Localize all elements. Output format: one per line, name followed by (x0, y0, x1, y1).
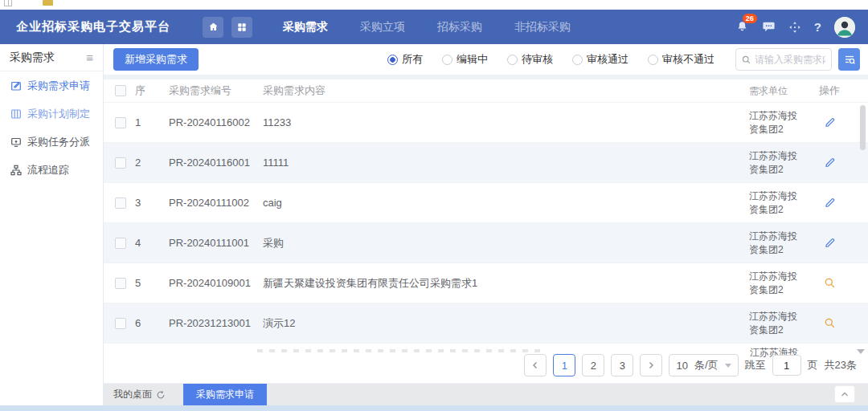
row-checkbox[interactable] (115, 157, 126, 169)
filter-editing[interactable]: 编辑中 (442, 52, 488, 67)
sidebar-collapse-icon[interactable]: ≡ (86, 51, 93, 64)
taskbar-tab-demand-apply[interactable]: 采购需求申请 (183, 384, 267, 405)
window-bottom-strip (0, 405, 868, 411)
home-icon (207, 21, 219, 33)
select-all-checkbox[interactable] (115, 85, 126, 96)
radio-icon (648, 55, 658, 65)
page-button-3[interactable]: 3 (611, 354, 633, 376)
chevron-up-icon (841, 391, 849, 397)
row-checkbox[interactable] (115, 238, 126, 249)
user-avatar-icon (834, 17, 855, 38)
col-header-code: 采购需求编号 (169, 83, 253, 98)
header-actions: 26 ? (735, 17, 855, 38)
move-arrows-icon (788, 21, 801, 34)
app-header: 企业招标采购电子交易平台 采购需求 采购立项 招标采购 非招标采购 26 ? (0, 10, 868, 44)
edit-action-icon[interactable] (824, 237, 836, 249)
fullscreen-button[interactable] (788, 21, 801, 34)
jump-page-input[interactable] (772, 355, 801, 376)
table-row: 4 PR-20240111001 采购 江苏苏海投资集团2 (104, 222, 868, 262)
flow-trace-icon (10, 165, 22, 176)
col-header-index: 序 (135, 83, 159, 98)
col-header-action: 操作 (805, 83, 854, 98)
sidebar-item-demand-apply[interactable]: 采购需求申请 (0, 71, 103, 100)
notification-badge: 26 (743, 14, 757, 23)
sidebar-item-label: 流程追踪 (27, 163, 69, 177)
filter-pending-review[interactable]: 待审核 (507, 52, 553, 67)
toolbar: 新增采购需求 所有 编辑中 待审核 审核通过 审核不通过 (104, 44, 868, 75)
help-button[interactable]: ? (814, 20, 821, 34)
table-row: 2 PR-20240116001 11111 江苏苏海投资集团2 (104, 142, 868, 182)
filter-approved[interactable]: 审核通过 (572, 52, 628, 67)
sidebar-item-plan-make[interactable]: 采购计划制定 (0, 100, 103, 128)
scrollbar-down-arrow-icon[interactable] (857, 349, 865, 358)
radio-selected-icon (387, 55, 398, 65)
radio-icon (507, 55, 518, 65)
edit-action-icon[interactable] (824, 116, 836, 128)
my-desktop-button[interactable]: 我的桌面 (113, 388, 166, 401)
prev-page-button[interactable] (524, 354, 547, 376)
col-header-content: 采购需求内容 (263, 83, 749, 98)
row-checkbox[interactable] (115, 318, 126, 329)
view-action-icon[interactable] (824, 277, 836, 289)
home-button[interactable] (203, 17, 223, 38)
row-checkbox[interactable] (115, 117, 126, 128)
sidebar: 采购需求 ≡ 采购需求申请 采购计划制定 采购任务分派 流程追踪 (0, 44, 104, 405)
table-row: 1 PR-20240116002 11233 江苏苏海投资集团2 (104, 102, 868, 142)
jump-label: 跳至 (745, 358, 766, 372)
apps-grid-icon (236, 22, 248, 33)
sidebar-item-label: 采购任务分派 (27, 135, 90, 149)
bottom-taskbar: 我的桌面 采购需求申请 (104, 384, 868, 405)
table-row: 3 PR-20240111002 caig 江苏苏海投资集团2 (104, 182, 868, 222)
app-window: 企业招标采购电子交易平台 采购需求 采购立项 招标采购 非招标采购 26 ? (0, 0, 868, 411)
jump-suffix: 页 (808, 358, 818, 372)
search-input[interactable] (755, 54, 825, 65)
add-demand-button[interactable]: 新增采购需求 (113, 48, 199, 71)
nav-tab-procurement-project[interactable]: 采购立项 (360, 20, 405, 35)
main-nav: 采购需求 采购立项 招标采购 非招标采购 (283, 20, 571, 35)
edit-action-icon[interactable] (824, 197, 836, 209)
notifications-button[interactable]: 26 (735, 20, 749, 34)
view-action-icon[interactable] (824, 317, 836, 329)
table-row: 5 PR-20240109001 新疆天聚建设投资集团有限责任公司采购需求1 江… (104, 262, 868, 303)
page-button-1[interactable]: 1 (553, 354, 575, 376)
nav-tab-bidding-procurement[interactable]: 招标采购 (437, 20, 482, 35)
page-size-select[interactable]: 10 条/页 (669, 354, 738, 376)
chat-icon (762, 20, 776, 34)
avatar[interactable] (834, 17, 855, 38)
browser-grid-icon (4, 0, 12, 6)
chevron-left-icon (531, 361, 539, 369)
col-header-unit: 需求单位 (749, 84, 805, 98)
edit-square-icon (10, 80, 22, 92)
scrollbar-thumb[interactable] (860, 105, 866, 150)
radio-icon (442, 55, 452, 65)
refresh-icon (156, 390, 166, 400)
nav-tab-non-bidding-procurement[interactable]: 非招标采购 (514, 20, 571, 35)
sidebar-item-label: 采购计划制定 (27, 107, 90, 121)
total-count: 共23条 (825, 358, 857, 372)
sidebar-item-task-dispatch[interactable]: 采购任务分派 (0, 128, 103, 156)
row-checkbox[interactable] (115, 197, 126, 209)
filter-rejected[interactable]: 审核不通过 (648, 52, 714, 67)
filter-search-icon (843, 53, 856, 66)
demand-table-card: 序 采购需求编号 采购需求内容 需求单位 操作 1 PR-20240116002… (104, 79, 868, 383)
nav-tab-procurement-demand[interactable]: 采购需求 (283, 20, 328, 35)
task-monitor-icon (10, 136, 22, 148)
collapse-taskbar-button[interactable] (834, 385, 855, 403)
bookmark-folder-icon (43, 0, 53, 6)
table-header-row: 序 采购需求编号 采购需求内容 需求单位 操作 (104, 79, 868, 102)
row-checkbox[interactable] (115, 278, 126, 289)
pagination: 1 2 3 10 条/页 跳至 页 共23条 (524, 354, 857, 376)
filter-all[interactable]: 所有 (387, 52, 423, 67)
messages-button[interactable] (762, 20, 776, 34)
sidebar-item-label: 采购需求申请 (27, 79, 90, 93)
apps-grid-button[interactable] (231, 17, 252, 38)
plan-book-icon (10, 108, 22, 120)
edit-action-icon[interactable] (824, 157, 836, 169)
sidebar-item-flow-trace[interactable]: 流程追踪 (0, 156, 103, 184)
chevron-right-icon (647, 361, 655, 369)
next-page-button[interactable] (640, 354, 662, 376)
page-button-2[interactable]: 2 (582, 354, 604, 376)
chevron-down-icon (725, 364, 731, 371)
radio-icon (572, 55, 583, 65)
advanced-search-button[interactable] (838, 48, 860, 71)
